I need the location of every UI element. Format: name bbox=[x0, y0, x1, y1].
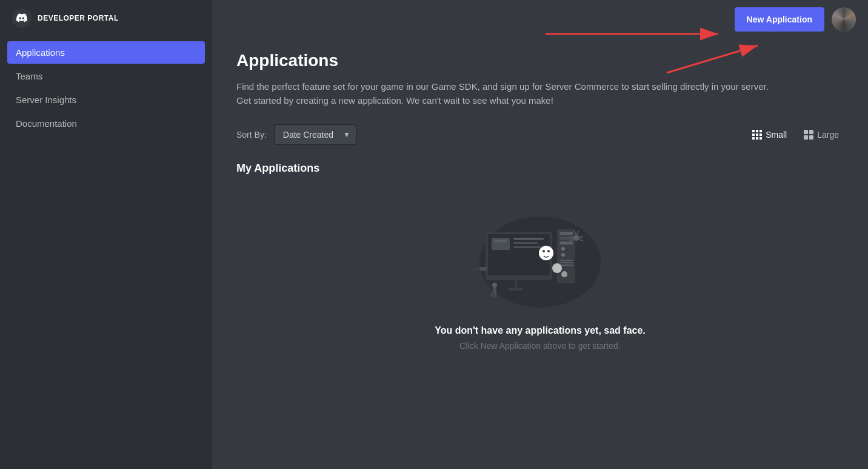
user-avatar[interactable] bbox=[832, 7, 856, 32]
sidebar-header: DEVELOPER PORTAL bbox=[0, 0, 212, 36]
sort-wrapper: Date Created Name Last Updated ▼ bbox=[274, 124, 356, 145]
small-grid-icon bbox=[752, 130, 762, 140]
sidebar-item-teams[interactable]: Teams bbox=[7, 65, 205, 87]
svg-rect-38 bbox=[495, 294, 496, 297]
svg-rect-5 bbox=[495, 240, 507, 242]
svg-point-26 bbox=[552, 263, 562, 273]
empty-state-title: You don't have any applications yet, sad… bbox=[435, 325, 646, 336]
svg-rect-37 bbox=[491, 294, 493, 297]
sort-by-label: Sort By: bbox=[236, 130, 267, 140]
sidebar-item-documentation[interactable]: Documentation bbox=[7, 112, 205, 135]
empty-illustration bbox=[461, 214, 619, 311]
svg-rect-36 bbox=[493, 288, 496, 294]
svg-point-18 bbox=[561, 247, 565, 251]
svg-rect-7 bbox=[513, 238, 544, 240]
svg-point-19 bbox=[561, 253, 565, 257]
empty-state-subtitle: Click New Application above to get start… bbox=[459, 341, 620, 351]
my-applications-title: My Applications bbox=[236, 162, 844, 175]
sidebar-item-applications[interactable]: Applications bbox=[7, 41, 205, 64]
svg-point-25 bbox=[547, 250, 550, 252]
view-toggle: Small Large bbox=[747, 127, 844, 142]
svg-rect-12 bbox=[479, 267, 487, 271]
toolbar: Sort By: Date Created Name Last Updated … bbox=[236, 124, 844, 145]
svg-rect-10 bbox=[515, 280, 517, 289]
large-view-label: Large bbox=[817, 130, 839, 140]
sort-section: Sort By: Date Created Name Last Updated … bbox=[236, 124, 356, 145]
svg-rect-21 bbox=[559, 262, 573, 263]
svg-point-35 bbox=[492, 283, 497, 288]
page-description: Find the perfect feature set for your ga… bbox=[236, 80, 782, 107]
small-view-label: Small bbox=[766, 130, 787, 140]
svg-rect-11 bbox=[509, 288, 523, 291]
empty-state: You don't have any applications yet, sad… bbox=[236, 189, 844, 375]
sidebar-brand-label: DEVELOPER PORTAL bbox=[38, 14, 119, 22]
sidebar-nav: Applications Teams Server Insights Docum… bbox=[0, 36, 212, 140]
large-grid-icon bbox=[804, 130, 813, 140]
sort-select[interactable]: Date Created Name Last Updated bbox=[274, 124, 356, 145]
svg-point-24 bbox=[542, 250, 545, 252]
large-view-button[interactable]: Large bbox=[799, 127, 844, 142]
svg-rect-17 bbox=[559, 241, 573, 245]
svg-rect-20 bbox=[559, 260, 573, 261]
main-content: New Application Applications Find the pe… bbox=[212, 0, 868, 469]
svg-rect-6 bbox=[495, 244, 504, 246]
svg-point-28 bbox=[573, 235, 579, 241]
svg-rect-8 bbox=[513, 242, 538, 244]
svg-point-23 bbox=[539, 246, 553, 260]
discord-logo-icon bbox=[12, 8, 32, 28]
top-bar: New Application bbox=[212, 0, 868, 39]
new-application-button[interactable]: New Application bbox=[735, 7, 824, 32]
page-title: Applications bbox=[236, 51, 844, 70]
sidebar-item-server-insights[interactable]: Server Insights bbox=[7, 89, 205, 111]
avatar-image bbox=[832, 7, 856, 32]
svg-rect-22 bbox=[559, 265, 573, 266]
svg-rect-9 bbox=[513, 246, 541, 248]
sidebar: DEVELOPER PORTAL Applications Teams Serv… bbox=[0, 0, 212, 469]
page-body: Applications Find the perfect feature se… bbox=[212, 39, 868, 469]
svg-point-27 bbox=[561, 271, 567, 277]
small-view-button[interactable]: Small bbox=[747, 127, 792, 142]
svg-rect-15 bbox=[559, 232, 573, 235]
